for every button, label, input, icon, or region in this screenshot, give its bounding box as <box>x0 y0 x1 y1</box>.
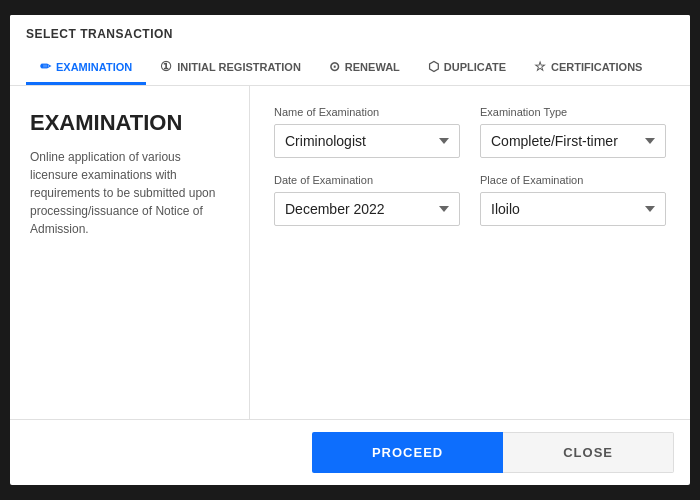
left-panel: EXAMINATION Online application of variou… <box>10 86 250 419</box>
form-row-2: Date of Examination December 2022 June 2… <box>274 174 666 226</box>
tab-renewal[interactable]: ⊙ RENEWAL <box>315 51 414 85</box>
tab-initial-registration[interactable]: ① INITIAL REGISTRATION <box>146 51 315 85</box>
initial-registration-icon: ① <box>160 59 172 74</box>
exam-title: EXAMINATION <box>30 110 229 136</box>
proceed-button[interactable]: PROCEED <box>312 432 503 473</box>
footer: PROCEED CLOSE <box>10 419 690 485</box>
form-group-name: Name of Examination Criminologist Civil … <box>274 106 460 158</box>
certifications-icon: ☆ <box>534 59 546 74</box>
exam-description: Online application of various licensure … <box>30 148 229 238</box>
tab-examination[interactable]: ✏ EXAMINATION <box>26 51 146 85</box>
body-content: EXAMINATION Online application of variou… <box>10 86 690 419</box>
examination-icon: ✏ <box>40 59 51 74</box>
name-of-examination-label: Name of Examination <box>274 106 460 118</box>
examination-type-label: Examination Type <box>480 106 666 118</box>
close-button[interactable]: CLOSE <box>503 432 674 473</box>
modal-container: SELECT TRANSACTION ✏ EXAMINATION ① INITI… <box>10 15 690 485</box>
date-of-examination-select[interactable]: December 2022 June 2023 December 2023 <box>274 192 460 226</box>
form-group-date: Date of Examination December 2022 June 2… <box>274 174 460 226</box>
tab-duplicate[interactable]: ⬡ DUPLICATE <box>414 51 520 85</box>
right-panel: Name of Examination Criminologist Civil … <box>250 86 690 419</box>
tab-certifications[interactable]: ☆ CERTIFICATIONS <box>520 51 656 85</box>
header-bar: SELECT TRANSACTION ✏ EXAMINATION ① INITI… <box>10 15 690 86</box>
form-group-type: Examination Type Complete/First-timer Re… <box>480 106 666 158</box>
place-of-examination-label: Place of Examination <box>480 174 666 186</box>
tabs: ✏ EXAMINATION ① INITIAL REGISTRATION ⊙ R… <box>26 51 674 85</box>
examination-type-select[interactable]: Complete/First-timer Repeater <box>480 124 666 158</box>
form-group-place: Place of Examination Iloilo Manila Cebu … <box>480 174 666 226</box>
duplicate-icon: ⬡ <box>428 59 439 74</box>
name-of-examination-select[interactable]: Criminologist Civil Engineer Nurse Accou… <box>274 124 460 158</box>
place-of-examination-select[interactable]: Iloilo Manila Cebu Davao <box>480 192 666 226</box>
renewal-icon: ⊙ <box>329 59 340 74</box>
select-transaction-label: SELECT TRANSACTION <box>26 27 674 41</box>
date-of-examination-label: Date of Examination <box>274 174 460 186</box>
form-row-1: Name of Examination Criminologist Civil … <box>274 106 666 158</box>
